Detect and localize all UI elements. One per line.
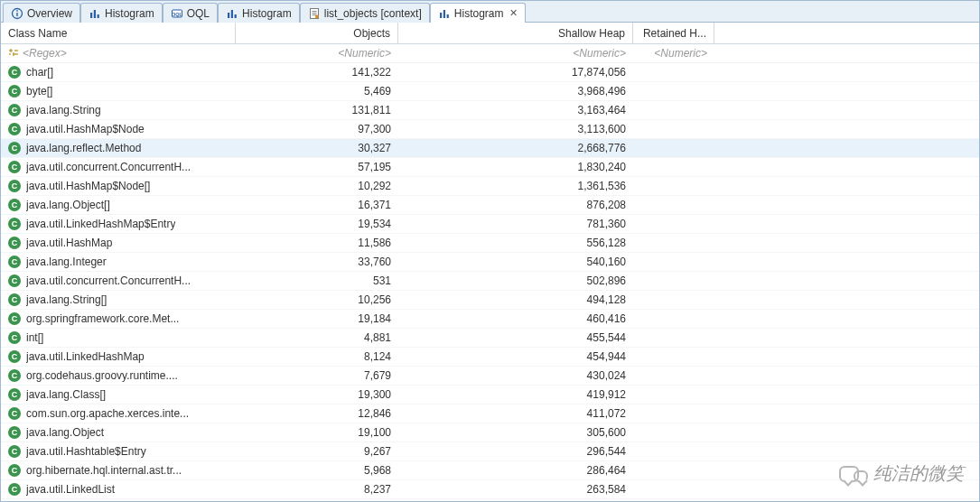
cell-objects: 9,267 bbox=[236, 442, 398, 460]
table-row[interactable]: Corg.springframework.core.Met...19,18446… bbox=[1, 310, 979, 329]
cell-class-name: Cjava.util.HashMap$Node bbox=[1, 120, 236, 138]
cell-class-name: Cjava.lang.String[] bbox=[1, 291, 236, 309]
filter-objects[interactable]: <Numeric> bbox=[236, 44, 398, 62]
cell-class-name: Cjava.lang.Class[] bbox=[1, 386, 236, 404]
class-name-text: java.util.concurrent.ConcurrentH... bbox=[26, 274, 191, 287]
cell-retained-heap bbox=[633, 196, 714, 214]
class-icon: C bbox=[8, 256, 21, 268]
table-row[interactable]: Cjava.util.concurrent.ConcurrentH...57,1… bbox=[1, 158, 979, 177]
tab-label: Overview bbox=[27, 7, 72, 20]
class-name-text: java.util.HashMap$Node bbox=[26, 123, 145, 135]
cell-shallow-heap: 3,163,464 bbox=[398, 101, 633, 119]
table-row[interactable]: Corg.hibernate.hql.internal.ast.tr...5,9… bbox=[1, 461, 979, 480]
filter-shallow[interactable]: <Numeric> bbox=[398, 44, 633, 62]
table-row[interactable]: Cchar[]141,32217,874,056 bbox=[1, 63, 979, 82]
column-header-class-name[interactable]: Class Name bbox=[1, 23, 236, 43]
cell-objects: 5,469 bbox=[236, 82, 398, 100]
cell-shallow-heap: 876,208 bbox=[398, 196, 633, 214]
column-header-objects[interactable]: Objects bbox=[236, 23, 398, 43]
table-row[interactable]: Cjava.lang.reflect.Method30,3272,668,776 bbox=[1, 139, 979, 158]
table-row[interactable]: Ccom.sun.org.apache.xerces.inte...12,846… bbox=[1, 404, 979, 423]
class-icon: C bbox=[8, 123, 21, 135]
table-row[interactable]: Cint[]4,881455,544 bbox=[1, 329, 979, 348]
tab-list-objects-context-[interactable]: list_objects [context] bbox=[300, 3, 430, 23]
filter-class-placeholder: <Regex> bbox=[23, 47, 67, 60]
cell-objects: 10,292 bbox=[236, 177, 398, 195]
cell-shallow-heap: 411,072 bbox=[398, 404, 633, 423]
class-name-text: char[] bbox=[26, 66, 53, 79]
bars-icon bbox=[89, 7, 101, 20]
table-row[interactable]: Cjava.lang.String131,8113,163,464 bbox=[1, 101, 979, 120]
cell-class-name: Cjava.lang.Object[] bbox=[1, 196, 236, 214]
table-row[interactable]: Cjava.lang.Object[]16,371876,208 bbox=[1, 196, 979, 215]
column-header-retained-heap[interactable]: Retained H... bbox=[633, 23, 714, 43]
cell-objects: 12,846 bbox=[236, 404, 398, 423]
table-row[interactable]: Corg.codehaus.groovy.runtime....7,679430… bbox=[1, 367, 979, 386]
cell-shallow-heap: 419,912 bbox=[398, 386, 633, 404]
table-row[interactable]: Cjava.util.concurrent.ConcurrentH...5315… bbox=[1, 272, 979, 291]
tab-overview[interactable]: Overview bbox=[3, 3, 80, 23]
cell-shallow-heap: 502,896 bbox=[398, 272, 633, 290]
class-name-text: int[] bbox=[26, 331, 43, 344]
cell-class-name: Cjava.util.concurrent.ConcurrentH... bbox=[1, 158, 236, 176]
table-row[interactable]: Cjava.lang.String[]10,256494,128 bbox=[1, 291, 979, 310]
column-header-shallow-heap[interactable]: Shallow Heap bbox=[398, 23, 633, 43]
class-name-text: org.codehaus.groovy.runtime.... bbox=[26, 369, 178, 382]
tab-oql[interactable]: OQLOQL bbox=[163, 3, 218, 23]
cell-objects: 141,322 bbox=[236, 63, 398, 81]
filter-class-name[interactable]: <Regex> bbox=[1, 44, 236, 62]
cell-retained-heap bbox=[633, 348, 714, 366]
cell-objects: 8,237 bbox=[236, 480, 398, 498]
bars-icon bbox=[226, 7, 238, 20]
tab-label: list_objects [context] bbox=[324, 7, 422, 20]
cell-class-name: Corg.hibernate.hql.internal.ast.tr... bbox=[1, 461, 236, 479]
cell-objects: 10,256 bbox=[236, 291, 398, 309]
cell-retained-heap bbox=[633, 461, 714, 479]
table-row[interactable]: Cjava.lang.Integer33,760540,160 bbox=[1, 253, 979, 272]
cell-shallow-heap: 460,416 bbox=[398, 310, 633, 328]
tab-histogram[interactable]: Histogram bbox=[80, 3, 163, 23]
table-row[interactable]: Cjava.util.Hashtable$Entry9,267296,544 bbox=[1, 442, 979, 461]
class-name-text: java.lang.String bbox=[26, 104, 101, 116]
class-icon: C bbox=[8, 426, 21, 439]
table-row[interactable]: Cjava.lang.Object19,100305,600 bbox=[1, 423, 979, 442]
svg-rect-10 bbox=[235, 14, 237, 18]
class-icon: C bbox=[8, 104, 21, 116]
cell-class-name: Cjava.util.HashMap$Node[] bbox=[1, 177, 236, 195]
cell-shallow-heap: 430,024 bbox=[398, 367, 633, 385]
table-row[interactable]: Cbyte[]5,4693,968,496 bbox=[1, 82, 979, 101]
class-name-text: java.lang.Integer bbox=[26, 256, 107, 268]
svg-rect-2 bbox=[16, 10, 17, 12]
cell-retained-heap bbox=[633, 386, 714, 404]
cell-shallow-heap: 17,874,056 bbox=[398, 63, 633, 81]
svg-rect-13 bbox=[440, 13, 442, 18]
cell-shallow-heap: 3,968,496 bbox=[398, 82, 633, 100]
cell-objects: 8,124 bbox=[236, 348, 398, 366]
class-icon: C bbox=[8, 199, 21, 211]
class-name-text: java.util.HashMap bbox=[26, 237, 112, 249]
svg-text:OQL: OQL bbox=[172, 11, 183, 16]
table-row[interactable]: Cjava.util.HashMap$Node97,3003,113,600 bbox=[1, 120, 979, 139]
table-row[interactable]: Cjava.util.HashMap11,586556,128 bbox=[1, 234, 979, 253]
tab-histogram[interactable]: Histogram bbox=[218, 3, 300, 23]
sheet-icon bbox=[308, 7, 321, 20]
table-row[interactable]: Cjava.util.LinkedList8,237263,584 bbox=[1, 480, 979, 499]
class-name-text: byte[] bbox=[26, 85, 52, 98]
tab-histogram[interactable]: Histogram✕ bbox=[430, 3, 527, 23]
cell-objects: 19,300 bbox=[236, 386, 398, 404]
cell-objects: 57,195 bbox=[236, 158, 398, 176]
cell-objects: 97,300 bbox=[236, 120, 398, 138]
class-name-text: java.util.LinkedList bbox=[26, 483, 115, 496]
filter-retained[interactable]: <Numeric> bbox=[633, 44, 714, 62]
class-name-text: com.sun.org.apache.xerces.inte... bbox=[26, 407, 189, 420]
cell-retained-heap bbox=[633, 442, 714, 460]
class-icon: C bbox=[8, 274, 21, 287]
cell-class-name: Cjava.lang.Integer bbox=[1, 253, 236, 271]
table-row[interactable]: Cjava.util.LinkedHashMap8,124454,944 bbox=[1, 348, 979, 367]
table-row[interactable]: Cjava.util.LinkedHashMap$Entry19,534781,… bbox=[1, 215, 979, 234]
class-icon: C bbox=[8, 407, 21, 420]
table-row[interactable]: Cjava.util.HashMap$Node[]10,2921,361,536 bbox=[1, 177, 979, 196]
close-icon[interactable]: ✕ bbox=[509, 8, 518, 18]
cell-class-name: Corg.codehaus.groovy.runtime.... bbox=[1, 367, 236, 385]
table-row[interactable]: Cjava.lang.Class[]19,300419,912 bbox=[1, 386, 979, 404]
